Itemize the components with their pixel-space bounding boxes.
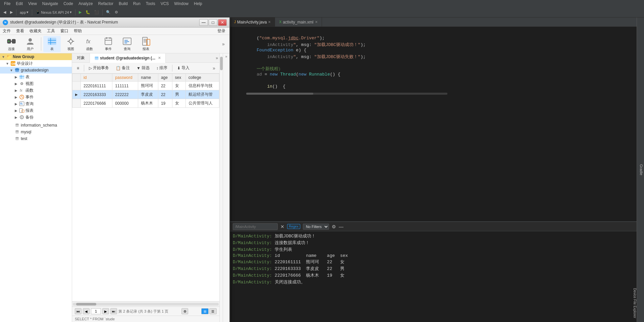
filter-button[interactable]: ▼ 筛选 [134,64,152,73]
active-tab-close[interactable]: ✕ [158,56,161,60]
sidebar-item-backup[interactable]: ▶ 备份 [0,114,72,121]
nav-menu-tools[interactable]: 工具 [44,28,58,35]
log-search-close[interactable]: ✕ [280,224,284,229]
sort-button[interactable]: ↕ 排序 [154,64,170,73]
event-button[interactable]: 事件 [100,36,117,52]
page-next-button[interactable]: ▶ [102,308,109,314]
import-button[interactable]: ⬇ 导入 [174,64,192,73]
back-button[interactable]: ◀ [1,8,8,16]
nav-menu-view[interactable]: 查看 [13,28,27,35]
view-button[interactable]: 视图 [62,36,79,52]
tab-object[interactable]: 对象 [72,53,90,63]
sidebar-item-report[interactable]: ▶ 报表 [0,107,72,114]
xml-tab-close[interactable]: ✕ [315,20,318,24]
log-search-input[interactable] [235,225,275,229]
col-id[interactable]: id [81,74,112,82]
nav-expand-area[interactable]: » [223,53,229,322]
settings-button[interactable]: ⚙ [113,8,120,16]
gradle-tab[interactable]: Gradle [639,162,644,178]
expand-more-button[interactable]: » [220,41,227,47]
col-age[interactable]: age [158,74,172,82]
search-everywhere[interactable]: 🔍 [104,8,113,16]
tab-expand[interactable]: » [214,56,219,60]
nav-login[interactable]: 登录 [213,28,229,34]
debug-button[interactable]: 🐛 [84,8,92,16]
sidebar-item-view[interactable]: ▶ 视图 [0,80,72,87]
menu-tools[interactable]: Tools [143,0,158,7]
sidebar-item-table[interactable]: ▶ 表 [0,74,72,80]
hamburger-button[interactable]: ≡ [74,64,82,73]
menu-navigate[interactable]: Navigate [40,0,61,7]
menu-edit[interactable]: Edit [13,0,25,7]
page-last-button[interactable]: ⏭ [110,308,117,314]
nav-menu-favorites[interactable]: 收藏夹 [27,28,44,35]
menu-refactor[interactable]: Refactor [96,0,116,7]
stop-button[interactable]: ⬛ [92,8,101,16]
user-button[interactable]: 用户 [21,36,39,52]
table-row[interactable]: ▶ 2220163333 222222 李皮皮 22 男 航运经济与管 [72,90,219,99]
java-tab-close[interactable]: ✕ [268,20,271,24]
log-minimize-button[interactable]: — [339,224,343,229]
sidebar-db-test[interactable]: test [0,135,72,142]
app-dropdown[interactable]: app ▾ [18,8,31,16]
col-college[interactable]: college [185,74,219,82]
form-view-button[interactable]: ☰ [209,308,217,314]
svg-point-36 [21,83,22,84]
log-settings-button[interactable]: ⚙ [332,224,336,229]
maximize-button[interactable]: □ [209,19,217,26]
nav-menu-window[interactable]: 窗口 [58,28,71,35]
menu-vcs[interactable]: VCS [158,0,172,7]
menu-file[interactable]: File [1,0,13,7]
start-task-button[interactable]: ▷ 开始事务 [86,64,112,73]
run-button[interactable]: ▶ [77,8,84,16]
menu-run[interactable]: Run [130,0,143,7]
menu-window[interactable]: Window [171,0,191,7]
page-first-button[interactable]: ⏮ [75,308,82,314]
sidebar-new-group[interactable]: ▼ 📁 New Group [0,53,72,60]
sidebar-item-function[interactable]: ▶ fx 函数 [0,87,72,94]
sidebar-db-group[interactable]: ▼ DB 毕业设计 [0,60,72,67]
page-prev-button[interactable]: ◀ [83,308,90,314]
close-button[interactable]: ✕ [218,19,227,26]
page-settings-button[interactable]: ⚙ [181,308,188,314]
menu-analyze[interactable]: Analyze [76,0,96,7]
device-dropdown[interactable]: 📱 Nexus 5X API 24 ▾ [34,8,73,16]
menu-help[interactable]: Help [191,0,205,7]
connect-button[interactable]: 连接 [3,36,20,52]
note-button[interactable]: 📋 备注 [113,64,132,73]
grid-view-button[interactable]: ⊞ [201,308,209,314]
table-button[interactable]: 表 [43,36,61,52]
sidebar-db-mysql[interactable]: mysql [0,129,72,135]
device-file-explorer-tab[interactable]: Device File Explorer [632,285,637,321]
sidebar-item-event[interactable]: ▶ 事件 [0,94,72,100]
regex-button[interactable]: Regex [287,224,300,229]
forward-button[interactable]: ▶ [8,8,15,16]
query-button[interactable]: 查询 [118,36,136,52]
nav-menu-file[interactable]: 文件 [0,28,13,35]
filter-dropdown[interactable]: No Filters [303,224,329,230]
nav-menu-help[interactable]: 帮助 [71,28,85,35]
ct-expand-button[interactable]: » [211,65,217,72]
sidebar-db-name[interactable]: ▼ graduatedesign [0,67,72,74]
tab-activity-main-xml[interactable]: X activity_main.xml ✕ [275,17,322,27]
col-password[interactable]: password [112,74,138,82]
horizontal-scrollbar[interactable] [73,303,219,306]
function-button[interactable]: fx 函数 [81,36,98,52]
sidebar-db-info-schema[interactable]: information_schema [0,122,72,129]
code-editor[interactable]: ("com.mysql.jdbc.Driver"); inActivity", … [230,27,637,221]
minimize-button[interactable]: — [199,19,208,26]
sidebar-item-query[interactable]: ▶ 查询 [0,100,72,107]
col-sex[interactable]: sex [172,74,185,82]
navicat-scrollbar[interactable] [219,53,223,322]
table-row[interactable]: 2220176666 000000 杨木木 19 女 公共管理与人 [72,99,219,108]
col-name[interactable]: name [138,74,158,82]
log-search-box[interactable] [233,223,278,230]
menu-build[interactable]: Build [116,0,130,7]
menu-view[interactable]: View [25,0,40,7]
menu-code[interactable]: Code [61,0,76,7]
tab-active-table[interactable]: student @graduatedesign (... ✕ [90,53,166,63]
report-button[interactable]: 报表 [137,36,155,52]
page-input[interactable] [91,308,101,314]
tab-mainactivity-java[interactable]: J MainActivity.java ✕ [230,17,275,27]
table-row[interactable]: 2220161111 111111 熊珂珂 22 女 信息科学与技 [72,82,219,90]
